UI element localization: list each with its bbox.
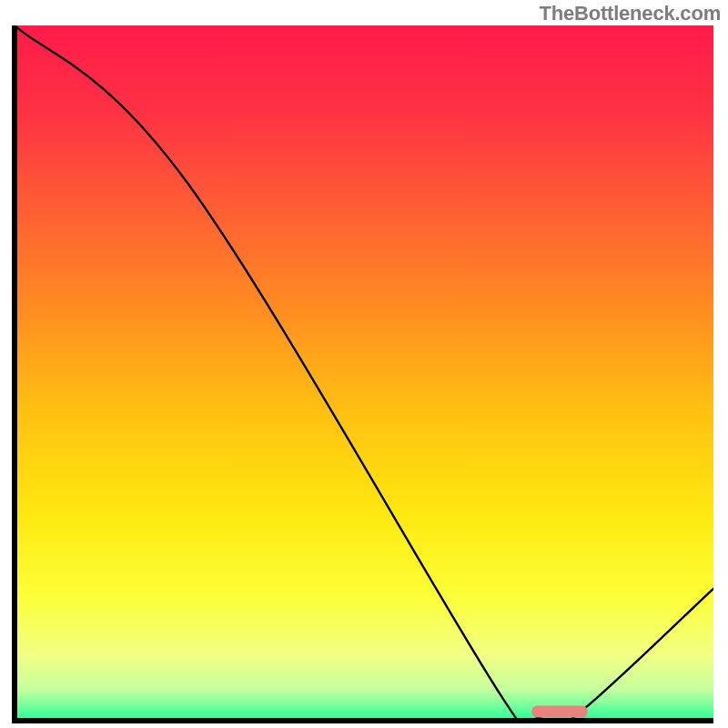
chart-container: TheBottleneck.com	[0, 0, 728, 728]
optimal-marker	[531, 706, 587, 718]
plot-background	[15, 25, 713, 721]
watermark-text: TheBottleneck.com	[539, 2, 721, 25]
bottleneck-chart	[0, 0, 728, 728]
